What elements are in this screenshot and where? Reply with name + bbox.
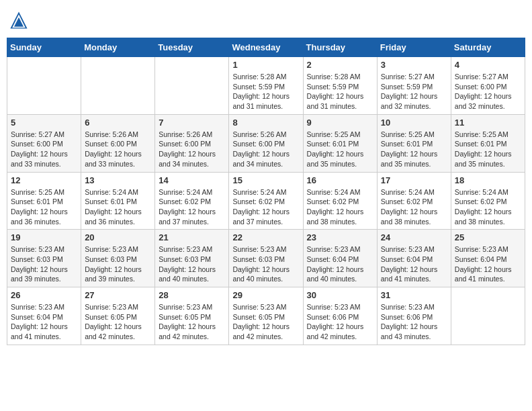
day-number: 4 xyxy=(455,60,521,70)
day-number: 10 xyxy=(381,118,447,128)
day-number: 28 xyxy=(159,290,225,300)
day-info: Sunrise: 5:23 AMSunset: 6:03 PMDaylight:… xyxy=(11,244,77,284)
day-info: Sunrise: 5:28 AMSunset: 5:59 PMDaylight:… xyxy=(232,72,299,111)
day-info: Sunrise: 5:23 AMSunset: 6:04 PMDaylight:… xyxy=(307,244,373,284)
day-number: 20 xyxy=(85,232,151,242)
day-number: 11 xyxy=(455,118,521,128)
calendar-cell: 28Sunrise: 5:23 AMSunset: 6:05 PMDayligh… xyxy=(155,287,229,345)
calendar-cell: 1Sunrise: 5:28 AMSunset: 5:59 PMDaylight… xyxy=(229,57,303,115)
calendar-cell: 15Sunrise: 5:24 AMSunset: 6:02 PMDayligh… xyxy=(229,172,303,230)
day-number: 31 xyxy=(381,290,447,300)
calendar-cell: 7Sunrise: 5:26 AMSunset: 6:00 PMDaylight… xyxy=(155,114,229,172)
day-number: 26 xyxy=(11,290,77,300)
day-info: Sunrise: 5:27 AMSunset: 5:59 PMDaylight:… xyxy=(381,72,447,111)
day-number: 12 xyxy=(11,175,77,185)
calendar-cell xyxy=(81,57,155,115)
day-info: Sunrise: 5:25 AMSunset: 6:01 PMDaylight:… xyxy=(381,130,447,169)
col-header-wednesday: Wednesday xyxy=(229,38,303,57)
calendar-cell: 31Sunrise: 5:23 AMSunset: 6:06 PMDayligh… xyxy=(377,287,451,345)
day-number: 30 xyxy=(307,290,373,300)
calendar-cell: 12Sunrise: 5:25 AMSunset: 6:01 PMDayligh… xyxy=(7,172,81,230)
day-number: 29 xyxy=(232,290,299,300)
day-info: Sunrise: 5:25 AMSunset: 6:01 PMDaylight:… xyxy=(11,187,77,227)
day-info: Sunrise: 5:23 AMSunset: 6:04 PMDaylight:… xyxy=(381,244,447,284)
calendar-week-row: 26Sunrise: 5:23 AMSunset: 6:04 PMDayligh… xyxy=(7,287,525,345)
day-info: Sunrise: 5:23 AMSunset: 6:05 PMDaylight:… xyxy=(85,302,151,342)
day-number: 15 xyxy=(232,175,299,185)
logo xyxy=(9,11,30,30)
day-info: Sunrise: 5:23 AMSunset: 6:04 PMDaylight:… xyxy=(455,244,521,284)
calendar-cell: 11Sunrise: 5:25 AMSunset: 6:01 PMDayligh… xyxy=(451,114,525,172)
calendar-week-row: 19Sunrise: 5:23 AMSunset: 6:03 PMDayligh… xyxy=(7,230,525,287)
col-header-tuesday: Tuesday xyxy=(155,38,229,57)
col-header-monday: Monday xyxy=(81,38,155,57)
calendar-cell: 29Sunrise: 5:23 AMSunset: 6:05 PMDayligh… xyxy=(229,287,303,345)
day-number: 8 xyxy=(232,118,299,128)
calendar-cell: 22Sunrise: 5:23 AMSunset: 6:03 PMDayligh… xyxy=(229,230,303,287)
day-info: Sunrise: 5:23 AMSunset: 6:03 PMDaylight:… xyxy=(232,244,299,284)
day-number: 22 xyxy=(232,232,299,242)
calendar-cell: 9Sunrise: 5:25 AMSunset: 6:01 PMDaylight… xyxy=(303,114,377,172)
calendar-cell: 24Sunrise: 5:23 AMSunset: 6:04 PMDayligh… xyxy=(377,230,451,287)
day-number: 1 xyxy=(232,60,299,70)
day-info: Sunrise: 5:23 AMSunset: 6:03 PMDaylight:… xyxy=(85,244,151,284)
calendar-cell: 17Sunrise: 5:24 AMSunset: 6:02 PMDayligh… xyxy=(377,172,451,230)
day-info: Sunrise: 5:23 AMSunset: 6:05 PMDaylight:… xyxy=(232,302,299,342)
calendar-cell: 4Sunrise: 5:27 AMSunset: 6:00 PMDaylight… xyxy=(451,57,525,115)
calendar-cell: 8Sunrise: 5:26 AMSunset: 6:00 PMDaylight… xyxy=(229,114,303,172)
calendar-cell: 18Sunrise: 5:24 AMSunset: 6:02 PMDayligh… xyxy=(451,172,525,230)
day-info: Sunrise: 5:24 AMSunset: 6:02 PMDaylight:… xyxy=(455,187,521,227)
day-info: Sunrise: 5:23 AMSunset: 6:06 PMDaylight:… xyxy=(307,302,373,342)
day-number: 25 xyxy=(455,232,521,242)
day-info: Sunrise: 5:25 AMSunset: 6:01 PMDaylight:… xyxy=(307,130,373,169)
day-number: 6 xyxy=(85,118,151,128)
calendar-cell: 23Sunrise: 5:23 AMSunset: 6:04 PMDayligh… xyxy=(303,230,377,287)
calendar-week-row: 1Sunrise: 5:28 AMSunset: 5:59 PMDaylight… xyxy=(7,57,525,115)
calendar-cell: 20Sunrise: 5:23 AMSunset: 6:03 PMDayligh… xyxy=(81,230,155,287)
day-number: 5 xyxy=(11,118,77,128)
day-info: Sunrise: 5:24 AMSunset: 6:02 PMDaylight:… xyxy=(232,187,299,227)
day-number: 13 xyxy=(85,175,151,185)
logo-icon xyxy=(9,11,28,30)
calendar-cell: 25Sunrise: 5:23 AMSunset: 6:04 PMDayligh… xyxy=(451,230,525,287)
day-info: Sunrise: 5:27 AMSunset: 6:00 PMDaylight:… xyxy=(11,130,77,169)
day-number: 16 xyxy=(307,175,373,185)
day-info: Sunrise: 5:26 AMSunset: 6:00 PMDaylight:… xyxy=(85,130,151,169)
day-info: Sunrise: 5:26 AMSunset: 6:00 PMDaylight:… xyxy=(232,130,299,169)
calendar-cell: 26Sunrise: 5:23 AMSunset: 6:04 PMDayligh… xyxy=(7,287,81,345)
calendar-cell: 5Sunrise: 5:27 AMSunset: 6:00 PMDaylight… xyxy=(7,114,81,172)
col-header-sunday: Sunday xyxy=(7,38,81,57)
day-number: 7 xyxy=(159,118,225,128)
calendar-cell: 14Sunrise: 5:24 AMSunset: 6:02 PMDayligh… xyxy=(155,172,229,230)
day-info: Sunrise: 5:23 AMSunset: 6:05 PMDaylight:… xyxy=(159,302,225,342)
calendar-cell xyxy=(7,57,81,115)
day-number: 3 xyxy=(381,60,447,70)
page-header xyxy=(7,7,525,34)
day-info: Sunrise: 5:23 AMSunset: 6:06 PMDaylight:… xyxy=(381,302,447,342)
calendar-cell: 13Sunrise: 5:24 AMSunset: 6:01 PMDayligh… xyxy=(81,172,155,230)
calendar-table: SundayMondayTuesdayWednesdayThursdayFrid… xyxy=(7,38,525,345)
calendar-cell: 3Sunrise: 5:27 AMSunset: 5:59 PMDaylight… xyxy=(377,57,451,115)
day-info: Sunrise: 5:28 AMSunset: 5:59 PMDaylight:… xyxy=(307,72,373,111)
calendar-week-row: 5Sunrise: 5:27 AMSunset: 6:00 PMDaylight… xyxy=(7,114,525,172)
calendar-week-row: 12Sunrise: 5:25 AMSunset: 6:01 PMDayligh… xyxy=(7,172,525,230)
calendar-cell: 30Sunrise: 5:23 AMSunset: 6:06 PMDayligh… xyxy=(303,287,377,345)
day-number: 24 xyxy=(381,232,447,242)
calendar-cell: 27Sunrise: 5:23 AMSunset: 6:05 PMDayligh… xyxy=(81,287,155,345)
calendar-cell: 19Sunrise: 5:23 AMSunset: 6:03 PMDayligh… xyxy=(7,230,81,287)
day-info: Sunrise: 5:26 AMSunset: 6:00 PMDaylight:… xyxy=(159,130,225,169)
calendar-cell: 2Sunrise: 5:28 AMSunset: 5:59 PMDaylight… xyxy=(303,57,377,115)
day-info: Sunrise: 5:25 AMSunset: 6:01 PMDaylight:… xyxy=(455,130,521,169)
day-number: 17 xyxy=(381,175,447,185)
day-number: 21 xyxy=(159,232,225,242)
day-number: 23 xyxy=(307,232,373,242)
day-info: Sunrise: 5:24 AMSunset: 6:01 PMDaylight:… xyxy=(85,187,151,227)
day-info: Sunrise: 5:24 AMSunset: 6:02 PMDaylight:… xyxy=(307,187,373,227)
calendar-cell: 10Sunrise: 5:25 AMSunset: 6:01 PMDayligh… xyxy=(377,114,451,172)
day-info: Sunrise: 5:23 AMSunset: 6:04 PMDaylight:… xyxy=(11,302,77,342)
col-header-friday: Friday xyxy=(377,38,451,57)
calendar-header-row: SundayMondayTuesdayWednesdayThursdayFrid… xyxy=(7,38,525,57)
day-number: 9 xyxy=(307,118,373,128)
day-number: 27 xyxy=(85,290,151,300)
col-header-thursday: Thursday xyxy=(303,38,377,57)
